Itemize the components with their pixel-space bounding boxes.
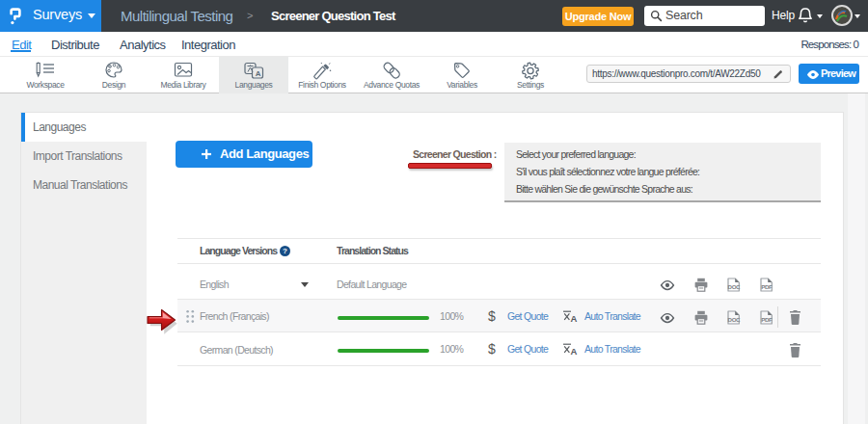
- svg-text:DOC: DOC: [728, 316, 741, 323]
- svg-text:A: A: [571, 313, 578, 323]
- svg-text:PDF: PDF: [761, 283, 773, 290]
- svg-text:A: A: [571, 346, 578, 356]
- svg-text:DOC: DOC: [728, 283, 741, 290]
- svg-text:A: A: [256, 69, 261, 78]
- svg-text:PDF: PDF: [761, 316, 773, 323]
